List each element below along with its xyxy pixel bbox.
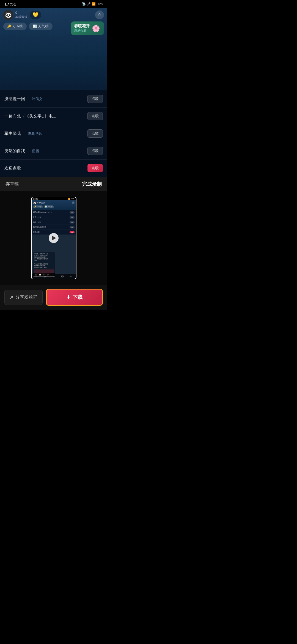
preview-thumbnail[interactable]: 17:50 📶 95% 🐼 0 本场音浪 0 🔑 KTV榜 📊 人气榜 — [31, 197, 76, 279]
song-title-5: 欢迎点歌 — [4, 166, 21, 170]
thumb-song-3: 成都 — 赵雷 点歌 — [32, 220, 76, 225]
thumb-song-name-5: 欢迎点歌 — [33, 231, 70, 233]
thumb-user: 🐼 0 本场音浪 — [33, 201, 45, 204]
song-btn-5[interactable]: 点歌 — [87, 164, 103, 172]
thumb-power-icon: ⏻ — [61, 275, 64, 278]
popular-tab-icon: 📊 — [33, 24, 37, 28]
thumb-song-2: 红唇 — 实嗓 点歌 — [32, 215, 76, 220]
wave-count: 0 — [15, 11, 28, 15]
nested-bottom-bar: ⊞ 💬 ♛ ⏻ ··· — [33, 273, 55, 276]
wave-label: 本场音浪 — [15, 15, 28, 19]
download-button[interactable]: ⬇ 下载 — [46, 289, 103, 306]
thumb-icons: 📶 95% — [68, 198, 74, 200]
user-stats: 0 本场音浪 — [15, 11, 28, 19]
preview-section: 17:50 📶 95% 🐼 0 本场音浪 0 🔑 KTV榜 📊 人气榜 — [0, 191, 107, 285]
status-time: 17:51 — [4, 2, 16, 6]
thumb-song-btn-5: 点歌 — [70, 231, 75, 233]
save-draft-button[interactable]: 存草稿 — [6, 181, 19, 187]
song-item-2: 一路向北（《头文字D》电... 点歌 — [0, 108, 107, 125]
song-title-2: 一路向北（《头文字D》电... — [4, 114, 56, 118]
wish-flower-icon: 🌸 — [92, 24, 100, 32]
wish-title: 春暖花开 — [74, 24, 90, 29]
mic-icon: 🎤 — [87, 2, 91, 6]
thumb-top: 🐼 0 本场音浪 0 — [33, 201, 75, 204]
wish-subtitle: 新增心愿 — [74, 29, 90, 33]
thumb-song-name-3: 成都 — 赵雷 — [33, 221, 70, 223]
song-btn-2[interactable]: 点歌 — [87, 112, 103, 120]
song-title-row-5: 欢迎点歌 — [4, 166, 87, 171]
signal-icon: 📶 — [92, 2, 96, 6]
thumb-ktv-bg: 🐼 0 本场音浪 0 🔑 KTV榜 📊 人气榜 — [32, 200, 76, 210]
song-item-3: 军中绿花 — 隆鑫飞歌 点歌 — [0, 125, 107, 142]
nested-chat-icon: 💬 — [39, 274, 41, 276]
thumb-battery: 95% — [71, 198, 74, 200]
share-label: 分享粉丝群 — [15, 294, 37, 300]
song-item-4: 突然的自我 — 伍佰 点歌 — [0, 142, 107, 160]
status-bar: 17:51 📡 🎤 📶 95% — [0, 0, 107, 8]
thumb-song-btn-1: 点歌 — [70, 211, 75, 214]
avatar: 🐼 — [3, 10, 13, 20]
download-icon: ⬇ — [66, 294, 70, 300]
thumb-song-list: 嗯哼心塞 (Remix) — 斑可儿 点歌 红唇 — 实嗓 点歌 成都 — 赵雷… — [32, 210, 76, 235]
song-btn-3[interactable]: 点歌 — [87, 129, 103, 138]
thumb-tabs: 🔑 KTV榜 📊 人气榜 — [33, 205, 75, 208]
song-artist-4: — 伍佰 — [27, 149, 39, 153]
thumb-zero: 0 — [72, 201, 75, 204]
thumb-song-4: 我的快乐就是想你 点歌 — [32, 225, 76, 230]
song-btn-1[interactable]: 点歌 — [87, 95, 103, 103]
wish-text: 春暖花开 新增心愿 — [74, 24, 90, 33]
cast-icon: 📡 — [82, 2, 86, 6]
complete-record-button[interactable]: 完成录制 — [82, 181, 102, 187]
ktv-tab-label: KTV榜 — [12, 24, 23, 29]
thumb-song-name-2: 红唇 — 实嗓 — [33, 216, 70, 219]
tab-popular[interactable]: 📊 人气榜 — [29, 23, 53, 30]
song-title-3: 军中绿花 — [4, 131, 21, 136]
wish-card[interactable]: 春暖花开 新增心愿 🌸 — [71, 21, 104, 35]
song-list: 潇洒走一回 — 叶倩文 点歌 一路向北（《头文字D》电... 点歌 军中绿花 —… — [0, 90, 107, 177]
song-title-row-3: 军中绿花 — 隆鑫飞歌 — [4, 131, 87, 136]
song-title-row-4: 突然的自我 — 伍佰 — [4, 148, 87, 154]
song-title-row-1: 潇洒走一回 — 叶倩文 — [4, 96, 87, 102]
thumb-song-1: 嗯哼心塞 (Remix) — 斑可儿 点歌 — [32, 210, 76, 215]
play-button-overlay[interactable] — [49, 233, 59, 243]
thumb-wave: 0 本场音浪 — [37, 202, 45, 204]
nested-more-icon: ··· — [51, 274, 53, 276]
song-item-5: 欢迎点歌 点歌 — [0, 160, 107, 177]
song-artist-3: — 隆鑫飞歌 — [23, 132, 42, 136]
song-artist-1: — 叶倩文 — [27, 97, 43, 101]
thumb-time: 17:50 — [33, 198, 38, 200]
zero-badge: 0 — [95, 10, 104, 19]
heart-button[interactable]: 💛 — [30, 11, 41, 19]
thumb-song-btn-4: 点歌 — [70, 226, 75, 228]
thumb-more-icon: ··· — [70, 275, 72, 278]
song-btn-4[interactable]: 点歌 — [87, 147, 103, 155]
nested-power-icon: ⏻ — [47, 274, 49, 276]
song-title-row-2: 一路向北（《头文字D》电... — [4, 114, 87, 119]
action-bar: 存草稿 完成录制 — [0, 177, 107, 191]
bottom-buttons: ↗ 分享粉丝群 ⬇ 下载 — [0, 285, 107, 310]
ktv-tab-icon: 🔑 — [7, 24, 11, 28]
nested-crown-icon: ♛ — [43, 274, 45, 276]
popular-tab-label: 人气榜 — [38, 24, 49, 29]
song-title-4: 突然的自我 — [4, 148, 25, 153]
thumb-song-btn-2: 点歌 — [70, 216, 75, 219]
thumb-signal: 📶 — [68, 198, 70, 200]
ktv-top-row: 🐼 0 本场音浪 💛 0 — [3, 10, 104, 20]
thumb-status-bar: 17:50 📶 95% — [32, 197, 76, 200]
thumb-song-name-1: 嗯哼心塞 (Remix) — 斑可儿 — [33, 211, 70, 214]
thumb-avatar: 🐼 — [33, 201, 36, 204]
status-icons: 📡 🎤 📶 95% — [82, 2, 103, 6]
song-item-1: 潇洒走一回 — 叶倩文 点歌 — [0, 90, 107, 108]
thumb-song-name-4: 我的快乐就是想你 — [33, 226, 70, 228]
tab-ktv[interactable]: 🔑 KTV榜 — [3, 23, 27, 30]
nested-screenshot: 当行为，若有违反，平 台暂停支付收款，冻结 同时向相关部门依法 追。因此给平台造… — [33, 252, 55, 277]
nested-bg: 当行为，若有违反，平 台暂停支付收款，冻结 同时向相关部门依法 追。因此给平台造… — [33, 252, 55, 276]
thumb-song-btn-3: 点歌 — [70, 221, 75, 223]
battery-level: 95% — [97, 2, 103, 6]
heart-icon: 💛 — [32, 12, 38, 18]
share-fans-button[interactable]: ↗ 分享粉丝群 — [4, 290, 43, 305]
play-triangle-icon — [52, 236, 56, 240]
thumb-tab-ktv: 🔑 KTV榜 — [33, 205, 43, 208]
nested-grid-icon: ⊞ — [35, 274, 37, 276]
user-info: 🐼 0 本场音浪 💛 — [3, 10, 41, 20]
